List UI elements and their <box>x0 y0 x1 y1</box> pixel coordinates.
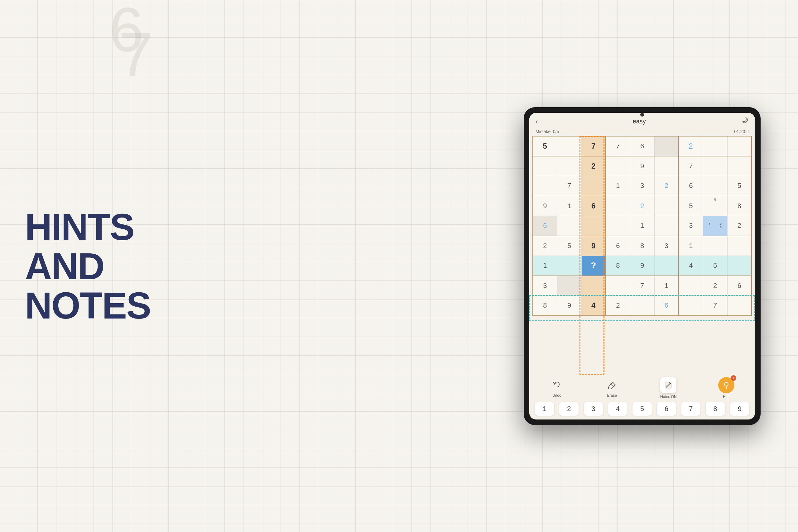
cell-2-0[interactable] <box>533 176 557 196</box>
cell-3-2[interactable]: 6 <box>581 196 606 216</box>
cell-4-2[interactable] <box>581 216 606 236</box>
cell-4-4[interactable]: 1 <box>630 216 654 236</box>
cell-6-5[interactable] <box>654 256 679 276</box>
svg-point-1 <box>746 117 746 117</box>
cell-4-0[interactable]: 6 <box>533 216 557 236</box>
undo-button[interactable]: Undo <box>550 378 564 398</box>
notes-button[interactable]: 7 Notes ON <box>660 377 677 399</box>
cell-5-6[interactable]: 1 <box>679 236 703 256</box>
cell-8-2[interactable]: 4 <box>581 296 606 316</box>
cell-6-7[interactable]: 5 <box>703 256 727 276</box>
numpad-4[interactable]: 4 <box>608 402 627 416</box>
numpad-3[interactable]: 3 <box>584 402 603 416</box>
cell-7-4[interactable]: 7 <box>630 276 654 296</box>
cell-7-1[interactable] <box>557 276 581 296</box>
cell-0-4[interactable]: 6 <box>630 136 654 156</box>
cell-2-4[interactable]: 3 <box>630 176 654 196</box>
cell-5-1[interactable]: 5 <box>557 236 581 256</box>
cell-6-1[interactable] <box>557 256 581 276</box>
cell-3-0[interactable]: 9 <box>533 196 557 216</box>
cell-4-7[interactable]: 49 6 <box>703 216 727 236</box>
cell-1-7[interactable] <box>703 156 727 176</box>
numpad-7[interactable]: 7 <box>681 402 700 416</box>
cell-6-8[interactable] <box>727 256 752 276</box>
cell-1-2[interactable]: 2 <box>581 156 606 176</box>
cell-5-7[interactable] <box>703 236 727 256</box>
cell-2-8[interactable]: 5 <box>727 176 752 196</box>
cell-8-6[interactable] <box>679 296 703 316</box>
cell-7-6[interactable] <box>679 276 703 296</box>
cell-0-0[interactable]: 5 <box>533 136 557 156</box>
cell-7-0[interactable]: 3 <box>533 276 557 296</box>
cell-6-3[interactable]: 8 <box>606 256 630 276</box>
cell-6-2[interactable]: ? <box>581 256 606 276</box>
cell-3-6[interactable]: 5 <box>679 196 703 216</box>
back-button[interactable]: ‹ <box>535 117 538 126</box>
cell-8-5[interactable]: 6 <box>654 296 679 316</box>
sudoku-container[interactable]: 5 7 7 6 2 2 <box>529 136 755 375</box>
cell-4-6[interactable]: 3 <box>679 216 703 236</box>
cell-8-3[interactable]: 2 <box>606 296 630 316</box>
cell-1-0[interactable] <box>533 156 557 176</box>
cell-0-8[interactable] <box>727 136 752 156</box>
cell-4-3[interactable] <box>606 216 630 236</box>
undo-label: Undo <box>552 393 562 398</box>
cell-1-4[interactable]: 9 <box>630 156 654 176</box>
cell-5-4[interactable]: 8 <box>630 236 654 256</box>
cell-8-1[interactable]: 9 <box>557 296 581 316</box>
cell-0-6[interactable]: 2 <box>679 136 703 156</box>
cell-2-3[interactable]: 1 <box>606 176 630 196</box>
cell-7-5[interactable]: 1 <box>654 276 679 296</box>
cell-4-1[interactable] <box>557 216 581 236</box>
cell-5-3[interactable]: 6 <box>606 236 630 256</box>
cell-7-8[interactable]: 6 <box>727 276 752 296</box>
numpad-1[interactable]: 1 <box>535 402 554 416</box>
numpad-8[interactable]: 8 <box>706 402 725 416</box>
cell-3-4[interactable]: 2 <box>630 196 654 216</box>
cell-1-6[interactable]: 7 <box>679 156 703 176</box>
cell-2-1[interactable]: 7 <box>557 176 581 196</box>
cell-7-3[interactable] <box>606 276 630 296</box>
numpad-9[interactable]: 9 <box>730 402 749 416</box>
cell-8-7[interactable]: 7 <box>703 296 727 316</box>
cell-2-5[interactable]: 2 <box>654 176 679 196</box>
cell-5-8[interactable] <box>727 236 752 256</box>
cell-7-7[interactable]: 2 <box>703 276 727 296</box>
numpad-6[interactable]: 6 <box>657 402 676 416</box>
cell-1-8[interactable] <box>727 156 752 176</box>
cell-1-3[interactable] <box>606 156 630 176</box>
cell-0-7[interactable] <box>703 136 727 156</box>
night-mode-button[interactable] <box>741 117 749 127</box>
cell-1-1[interactable] <box>557 156 581 176</box>
cell-3-5[interactable] <box>654 196 679 216</box>
numpad-5[interactable]: 5 <box>632 402 652 416</box>
cell-6-0[interactable]: 1 <box>533 256 557 276</box>
cell-4-8[interactable]: 2 <box>727 216 752 236</box>
cell-8-8[interactable] <box>727 296 752 316</box>
cell-4-5[interactable] <box>654 216 679 236</box>
cell-0-3[interactable]: 7 <box>606 136 630 156</box>
cell-2-7[interactable] <box>703 176 727 196</box>
cell-2-2[interactable] <box>581 176 606 196</box>
cell-7-2[interactable] <box>581 276 606 296</box>
cell-3-3[interactable] <box>606 196 630 216</box>
cell-2-6[interactable]: 6 <box>679 176 703 196</box>
cell-5-0[interactable]: 2 <box>533 236 557 256</box>
cell-3-8[interactable]: 8 <box>727 196 752 216</box>
numpad-2[interactable]: 2 <box>559 402 578 416</box>
cell-0-1[interactable] <box>557 136 581 156</box>
cell-5-2[interactable]: 9 <box>581 236 606 256</box>
cell-6-6[interactable]: 4 <box>679 256 703 276</box>
cell-3-7[interactable]: 6 <box>703 196 727 216</box>
hint-button[interactable]: 1 Hint <box>718 377 735 399</box>
cell-0-5[interactable] <box>654 136 679 156</box>
cell-5-5[interactable]: 3 <box>654 236 679 256</box>
cell-8-0[interactable]: 8 <box>533 296 557 316</box>
cell-3-1[interactable]: 1 <box>557 196 581 216</box>
cell-1-5[interactable] <box>654 156 679 176</box>
cell-6-4[interactable]: 9 <box>630 256 654 276</box>
sudoku-grid[interactable]: 5 7 7 6 2 2 <box>532 136 752 316</box>
cell-8-4[interactable] <box>630 296 654 316</box>
erase-button[interactable]: Erase <box>605 378 619 398</box>
cell-0-2[interactable]: 7 <box>581 136 606 156</box>
